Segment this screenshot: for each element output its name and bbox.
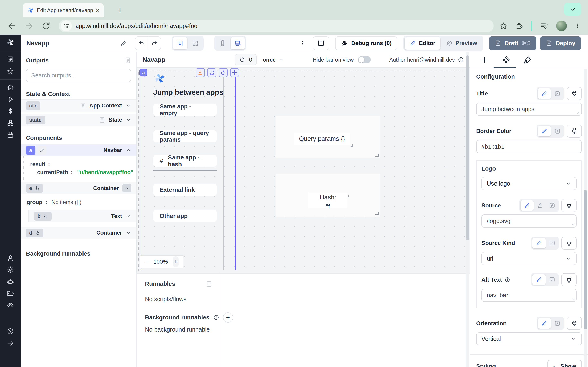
settings-scrollbar-thumb[interactable] <box>584 190 587 329</box>
orientation-select[interactable]: Vertical <box>476 332 582 345</box>
static-mode-pencil-icon[interactable] <box>521 200 534 211</box>
resize-corner-icon[interactable] <box>375 212 379 215</box>
media-playlist-icon[interactable] <box>540 22 548 30</box>
chevron-up-icon[interactable] <box>126 148 131 153</box>
connect-plug-icon[interactable] <box>567 125 582 138</box>
collapse-chevron-up[interactable] <box>122 184 131 192</box>
centered-layout-button[interactable] <box>173 37 187 49</box>
runnables-doc-icon[interactable] <box>206 281 212 287</box>
zoom-in-button[interactable]: + <box>173 257 179 267</box>
title-input[interactable] <box>476 103 582 116</box>
output-row-state[interactable]: state State <box>21 114 136 126</box>
component-row-container-d[interactable]: d Container <box>21 227 136 239</box>
deploy-button[interactable]: Deploy <box>540 36 581 50</box>
nav-link-other-app[interactable]: Other app <box>153 210 217 222</box>
users-icon[interactable] <box>7 254 14 262</box>
more-menu-icon[interactable] <box>300 39 306 48</box>
workspace-icon[interactable] <box>7 56 14 63</box>
expand-component-button[interactable] <box>207 68 216 77</box>
fx-mode-icon[interactable] <box>547 238 557 248</box>
forward-icon[interactable] <box>25 21 34 30</box>
refresh-counter[interactable]: 0 <box>235 54 257 66</box>
nav-link-same-app-query-params[interactable]: Same app - query params <box>153 131 217 142</box>
draft-button[interactable]: Draft ⌘S <box>489 36 536 50</box>
app-canvas[interactable]: a Jump between apps Same app - empty Sam… <box>137 68 470 273</box>
expand-rail-icon[interactable] <box>7 340 14 347</box>
nav-link-same-app-empty[interactable]: Same app - empty <box>153 104 217 116</box>
component-row-text-b[interactable]: b Text <box>29 210 136 222</box>
fx-mode-icon[interactable] <box>547 201 557 210</box>
static-mode-pencil-icon[interactable] <box>538 318 551 329</box>
move-component-button[interactable] <box>230 68 239 77</box>
css-editor-tab-icon[interactable] <box>523 56 532 64</box>
resize-corner-icon[interactable] <box>375 154 379 157</box>
static-mode-pencil-icon[interactable] <box>538 88 551 99</box>
fullscreen-layout-button[interactable] <box>188 37 202 49</box>
fx-mode-icon[interactable] <box>552 126 563 136</box>
variables-icon[interactable] <box>7 108 14 115</box>
docs-button[interactable] <box>313 36 329 50</box>
preview-tab[interactable]: Preview <box>441 37 482 50</box>
anchor-component-button[interactable] <box>219 68 228 77</box>
connect-plug-icon[interactable] <box>562 199 577 212</box>
undo-button[interactable] <box>135 37 148 50</box>
browser-menu-icon[interactable] <box>575 22 581 30</box>
connect-plug-icon[interactable] <box>567 87 582 100</box>
refresh-mode-dropdown[interactable]: once <box>263 57 283 63</box>
search-outputs-input[interactable] <box>26 69 131 82</box>
connect-plug-icon[interactable] <box>567 317 582 330</box>
output-row-ctx[interactable]: ctx App Context <box>21 100 136 112</box>
fx-mode-icon[interactable] <box>552 89 563 98</box>
chevron-down-icon[interactable] <box>126 213 131 219</box>
window-chevron-button[interactable] <box>564 3 581 16</box>
hash-container[interactable]: Hash: "f <box>276 174 380 217</box>
outputs-doc-icon[interactable] <box>125 57 131 64</box>
fx-mode-icon[interactable] <box>547 275 557 284</box>
settings-gear-icon[interactable] <box>7 266 14 273</box>
static-mode-pencil-icon[interactable] <box>532 238 545 248</box>
fx-mode-icon[interactable] <box>552 319 563 328</box>
desktop-view-button[interactable] <box>231 37 245 49</box>
windmill-logo-icon[interactable] <box>6 38 15 47</box>
home-icon[interactable] <box>7 84 14 91</box>
mobile-view-button[interactable] <box>215 37 230 49</box>
add-background-runnable-button[interactable]: + <box>223 312 233 323</box>
border-color-input[interactable] <box>476 140 582 153</box>
resources-icon[interactable] <box>7 119 14 127</box>
profile-avatar[interactable] <box>556 21 567 31</box>
hide-bar-toggle[interactable] <box>358 56 371 63</box>
selected-component-badge[interactable]: a <box>139 69 147 76</box>
logo-select[interactable]: Use logo <box>481 177 577 190</box>
collapse-component-button[interactable] <box>196 68 205 77</box>
edit-pencil-icon[interactable] <box>38 146 46 155</box>
runs-icon[interactable] <box>7 96 14 103</box>
styling-show-button[interactable]: ‹ Show <box>547 360 582 367</box>
nav-link-external-link[interactable]: External link <box>153 184 217 196</box>
zoom-out-button[interactable]: − <box>144 258 148 265</box>
site-settings-icon[interactable] <box>61 20 72 31</box>
static-mode-pencil-icon[interactable] <box>532 275 545 285</box>
new-tab-button[interactable]: + <box>113 3 127 16</box>
connect-plug-icon[interactable] <box>562 236 577 250</box>
component-row-container-e[interactable]: e Container <box>21 182 136 194</box>
back-icon[interactable] <box>7 21 16 30</box>
help-icon[interactable] <box>7 328 14 335</box>
workers-robot-icon[interactable] <box>7 278 14 285</box>
audit-eye-icon[interactable] <box>7 301 14 309</box>
connect-plug-icon[interactable] <box>562 273 577 286</box>
insert-component-tab-icon[interactable] <box>480 56 489 64</box>
favorites-star-icon[interactable] <box>7 67 14 75</box>
nav-link-same-app-hash[interactable]: # Same app - hash <box>153 155 217 167</box>
schedules-icon[interactable] <box>7 131 14 138</box>
editor-tab[interactable]: Editor <box>405 37 440 50</box>
alt-text-input[interactable] <box>481 289 577 302</box>
extensions-icon[interactable] <box>515 22 523 30</box>
source-input[interactable] <box>481 215 577 227</box>
redo-button[interactable] <box>148 37 161 50</box>
source-kind-select[interactable]: url <box>481 252 577 265</box>
tab-close-icon[interactable]: × <box>95 7 100 14</box>
chevron-down-icon[interactable] <box>126 230 131 235</box>
info-icon[interactable] <box>504 277 510 283</box>
info-icon[interactable] <box>213 314 219 320</box>
info-icon[interactable] <box>458 57 464 63</box>
